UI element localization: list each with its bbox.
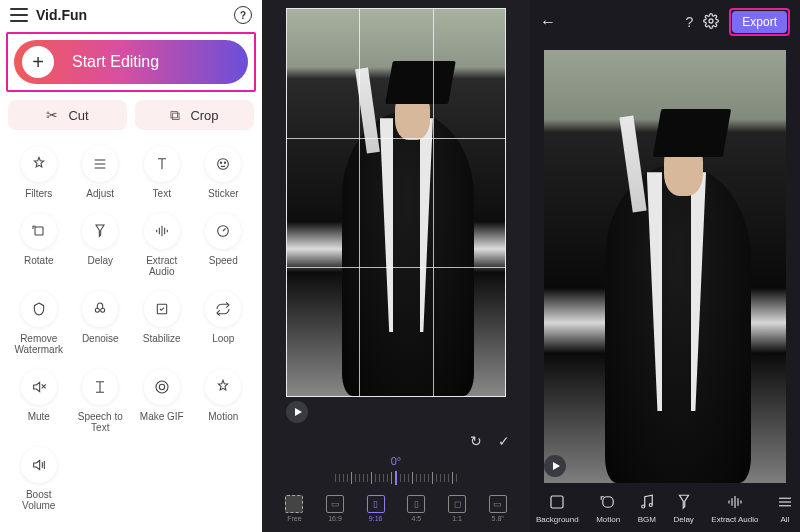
tool-motion[interactable]: Motion xyxy=(193,369,255,433)
tool-label: Background xyxy=(536,515,579,524)
tool-make-gif[interactable]: Make GIF xyxy=(131,369,193,433)
filters-icon xyxy=(21,146,57,182)
extract-audio-icon xyxy=(726,493,744,511)
aspect-1-1[interactable]: ◻1:1 xyxy=(437,491,478,526)
aspect-shape-icon xyxy=(285,495,303,513)
editor-tool-extract-audio[interactable]: Extract Audio xyxy=(711,493,758,524)
svg-point-9 xyxy=(101,308,105,312)
tool-rotate[interactable]: Rotate xyxy=(8,213,70,277)
tool-filters[interactable]: Filters xyxy=(8,146,70,199)
tool-loop[interactable]: Loop xyxy=(193,291,255,355)
crop-canvas-area xyxy=(262,0,530,429)
tool-label: Loop xyxy=(212,333,234,344)
speech-to-text-icon xyxy=(82,369,118,405)
remove-watermark-icon xyxy=(21,291,57,327)
aspect-label: 9:16 xyxy=(369,515,383,522)
video-frame xyxy=(544,50,786,483)
svg-point-8 xyxy=(96,308,100,312)
svg-point-14 xyxy=(159,384,164,389)
background-icon xyxy=(548,493,566,511)
tool-extract-audio[interactable]: Extract Audio xyxy=(131,213,193,277)
tool-label: Extract Audio xyxy=(711,515,758,524)
tool-label: Motion xyxy=(208,411,238,422)
tool-label: Sticker xyxy=(208,188,239,199)
menu-icon[interactable] xyxy=(10,8,28,22)
tool-label: Stabilize xyxy=(143,333,181,344)
extract-audio-icon xyxy=(144,213,180,249)
tool-boost-volume[interactable]: Boost Volume xyxy=(8,447,70,511)
adjust-icon xyxy=(82,146,118,182)
plus-icon: + xyxy=(22,46,54,78)
tool-speech-to-text[interactable]: Speech to Text xyxy=(70,369,132,433)
crop-controls: ↻ ✓ 0° Free▭16:9▯9:16▯4:5◻1:1▭5.8" xyxy=(262,429,530,532)
editor-tool-delay[interactable]: Delay xyxy=(673,493,693,524)
tool-mute[interactable]: Mute xyxy=(8,369,70,433)
tool-label: Text xyxy=(153,188,171,199)
svg-point-13 xyxy=(156,381,168,393)
export-editor: ← ? Export BackgroundMotionBGMDelayExtra… xyxy=(530,0,800,532)
aspect-shape-icon: ▭ xyxy=(489,495,507,513)
gear-icon[interactable] xyxy=(703,13,719,32)
motion-icon xyxy=(599,493,617,511)
back-icon[interactable]: ← xyxy=(540,13,556,31)
bgm-icon xyxy=(638,493,656,511)
tool-text[interactable]: Text xyxy=(131,146,193,199)
reset-icon[interactable]: ↻ xyxy=(470,433,482,449)
svg-point-19 xyxy=(649,504,652,507)
aspect-5-8[interactable]: ▭5.8" xyxy=(477,491,518,526)
crop-editor: ↻ ✓ 0° Free▭16:9▯9:16▯4:5◻1:1▭5.8" xyxy=(262,0,530,532)
tool-delay[interactable]: Delay xyxy=(70,213,132,277)
make-gif-icon xyxy=(144,369,180,405)
boost-volume-icon xyxy=(21,447,57,483)
aspect-shape-icon: ▯ xyxy=(367,495,385,513)
cut-button[interactable]: ✂ Cut xyxy=(8,100,127,130)
tool-stabilize[interactable]: Stabilize xyxy=(131,291,193,355)
app-header: Vid.Fun ? xyxy=(0,0,262,30)
tool-label: Extract Audio xyxy=(134,255,190,277)
start-editing-button[interactable]: + Start Editing xyxy=(14,40,248,84)
editor-tool-background[interactable]: Background xyxy=(536,493,579,524)
crop-icon: ⧉ xyxy=(170,107,180,124)
rotation-ruler[interactable] xyxy=(274,469,518,487)
aspect-free[interactable]: Free xyxy=(274,491,315,526)
editor-tool-all[interactable]: All xyxy=(776,493,794,524)
export-button[interactable]: Export xyxy=(732,11,787,33)
all-icon xyxy=(776,493,794,511)
tool-label: Delay xyxy=(87,255,113,266)
tool-label: Speed xyxy=(209,255,238,266)
tool-label: Delay xyxy=(673,515,693,524)
aspect-label: 16:9 xyxy=(328,515,342,522)
editor-toolbar: BackgroundMotionBGMDelayExtract AudioAll xyxy=(530,483,800,532)
aspect-label: Free xyxy=(287,515,301,522)
play-button[interactable] xyxy=(544,455,566,477)
aspect-label: 1:1 xyxy=(452,515,462,522)
aspect-9-16[interactable]: ▯9:16 xyxy=(355,491,396,526)
help-icon[interactable]: ? xyxy=(686,14,694,30)
svg-point-4 xyxy=(221,162,222,163)
graduate-subject xyxy=(326,40,483,396)
editor-tool-motion[interactable]: Motion xyxy=(596,493,620,524)
loop-icon xyxy=(205,291,241,327)
confirm-icon[interactable]: ✓ xyxy=(498,433,510,449)
delay-icon xyxy=(82,213,118,249)
play-button[interactable] xyxy=(286,401,308,423)
crop-button[interactable]: ⧉ Crop xyxy=(135,100,254,130)
tool-sticker[interactable]: Sticker xyxy=(193,146,255,199)
aspect-label: 5.8" xyxy=(492,515,504,522)
aspect-4-5[interactable]: ▯4:5 xyxy=(396,491,437,526)
tool-label: Remove Watermark xyxy=(11,333,67,355)
aspect-16-9[interactable]: ▭16:9 xyxy=(315,491,356,526)
delay-icon xyxy=(675,493,693,511)
editor-tool-bgm[interactable]: BGM xyxy=(638,493,656,524)
crop-preview[interactable] xyxy=(286,8,506,397)
motion-icon xyxy=(205,369,241,405)
tool-label: Adjust xyxy=(86,188,114,199)
tool-speed[interactable]: Speed xyxy=(193,213,255,277)
tool-denoise[interactable]: Denoise xyxy=(70,291,132,355)
sticker-icon xyxy=(205,146,241,182)
help-icon[interactable]: ? xyxy=(234,6,252,24)
preview-canvas xyxy=(530,44,800,483)
tool-adjust[interactable]: Adjust xyxy=(70,146,132,199)
aspect-shape-icon: ▯ xyxy=(407,495,425,513)
tool-remove-watermark[interactable]: Remove Watermark xyxy=(8,291,70,355)
